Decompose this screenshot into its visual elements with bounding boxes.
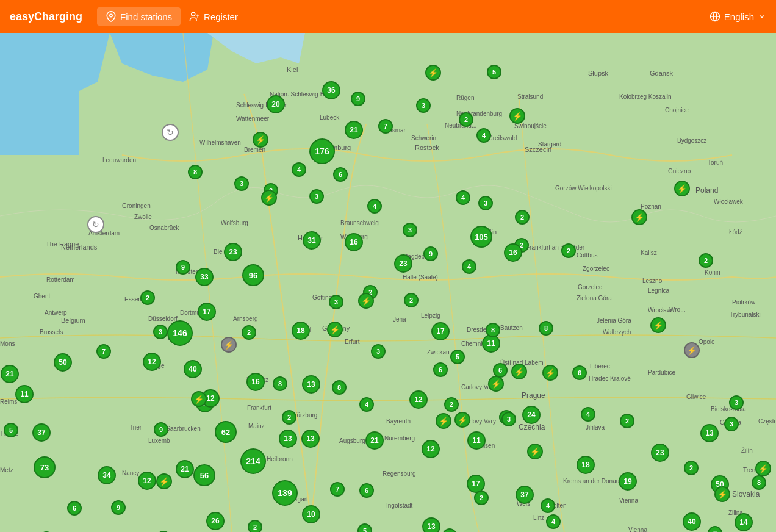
cluster-marker[interactable]: 214 xyxy=(240,448,266,474)
cluster-marker[interactable]: 11 xyxy=(15,385,34,403)
bolt-marker[interactable]: ⚡ xyxy=(527,444,543,459)
cluster-marker[interactable]: 3 xyxy=(329,295,343,309)
cluster-marker[interactable]: 20 xyxy=(267,95,285,113)
cluster-marker[interactable]: 12 xyxy=(138,472,156,490)
cluster-marker[interactable]: 13 xyxy=(422,517,440,532)
cluster-marker[interactable]: 6 xyxy=(359,483,374,498)
cluster-marker[interactable]: 3 xyxy=(416,98,431,113)
cluster-marker[interactable]: 16 xyxy=(345,233,363,251)
cluster-marker[interactable]: 56 xyxy=(193,464,215,486)
cluster-marker[interactable]: 176 xyxy=(309,138,335,164)
cluster-marker[interactable]: 4 xyxy=(546,514,561,529)
cluster-marker[interactable]: 2 xyxy=(515,210,530,225)
bolt-marker[interactable]: ⚡ xyxy=(509,108,525,124)
cluster-marker[interactable]: 7 xyxy=(96,344,111,359)
bolt-marker[interactable]: ⚡ xyxy=(261,190,277,206)
cluster-marker[interactable]: 23 xyxy=(394,254,412,273)
cluster-marker[interactable]: 2 xyxy=(242,325,256,340)
cluster-marker[interactable]: 2 xyxy=(459,112,473,127)
cluster-marker[interactable]: 4 xyxy=(367,199,382,214)
cluster-marker[interactable]: 2 xyxy=(684,461,699,475)
cluster-marker[interactable]: 24 xyxy=(522,406,541,424)
cluster-marker[interactable]: 4 xyxy=(541,498,555,513)
bolt-marker[interactable]: ⚡ xyxy=(684,342,700,358)
cluster-marker[interactable]: 139 xyxy=(272,480,298,506)
cluster-marker[interactable]: 96 xyxy=(242,264,264,286)
bolt-marker[interactable]: ⚡ xyxy=(454,412,470,428)
cluster-marker[interactable]: 13 xyxy=(700,424,719,442)
cluster-marker[interactable]: 2 xyxy=(699,253,713,268)
cluster-marker[interactable]: 7 xyxy=(378,119,393,134)
bolt-marker[interactable]: ⚡ xyxy=(253,132,268,148)
cluster-marker[interactable]: 9 xyxy=(176,260,190,275)
cluster-marker[interactable]: 3 xyxy=(153,325,168,339)
cluster-marker[interactable]: 2 xyxy=(444,397,459,412)
cluster-marker[interactable]: 9 xyxy=(351,92,365,106)
bolt-marker[interactable]: ⚡ xyxy=(358,293,374,309)
cluster-marker[interactable]: 9 xyxy=(111,500,126,515)
cluster-marker[interactable]: 4 xyxy=(462,259,476,274)
cluster-marker[interactable]: 146 xyxy=(167,320,193,346)
cluster-marker[interactable]: 26 xyxy=(206,512,225,530)
cluster-marker[interactable]: 6 xyxy=(572,365,587,380)
cluster-marker[interactable]: 34 xyxy=(98,466,116,484)
cluster-marker[interactable]: 17 xyxy=(198,303,216,321)
map[interactable]: Hamburg Berlin Hanover Germany Magdeburg… xyxy=(0,33,776,532)
cluster-marker[interactable]: 4 xyxy=(292,162,306,177)
cluster-marker[interactable]: 4 xyxy=(359,397,374,412)
bolt-marker[interactable]: ⚡ xyxy=(511,364,527,379)
cluster-marker[interactable]: 8 xyxy=(539,321,553,336)
cluster-marker[interactable]: 2 xyxy=(248,520,262,532)
cluster-marker[interactable]: 21 xyxy=(176,460,194,478)
cluster-marker[interactable]: 8 xyxy=(332,380,347,395)
cluster-marker[interactable]: 13 xyxy=(301,430,320,448)
cluster-marker[interactable]: 4 xyxy=(456,190,470,205)
cluster-marker[interactable]: 8 xyxy=(486,323,500,337)
cluster-marker[interactable]: 2 xyxy=(620,414,634,428)
cluster-marker[interactable]: 18 xyxy=(577,456,595,474)
cluster-marker[interactable]: 18 xyxy=(292,322,310,340)
cluster-marker[interactable]: 11 xyxy=(467,431,486,450)
cluster-marker[interactable]: 17 xyxy=(431,322,450,340)
bolt-marker[interactable]: ⚡ xyxy=(755,461,771,476)
cluster-marker[interactable]: 13 xyxy=(302,375,320,394)
bolt-marker[interactable]: ⚡ xyxy=(156,473,172,489)
register-nav[interactable]: Register xyxy=(181,7,246,26)
cluster-marker[interactable]: 4 xyxy=(476,128,491,143)
bolt-marker[interactable]: ⚡ xyxy=(488,376,504,392)
bolt-marker[interactable]: ⚡ xyxy=(425,65,441,81)
cluster-marker[interactable]: 3 xyxy=(478,196,493,210)
cluster-marker[interactable]: 3 xyxy=(234,176,249,191)
cluster-marker[interactable]: 16 xyxy=(246,373,265,391)
bolt-marker[interactable]: ⚡ xyxy=(631,209,647,225)
bolt-marker[interactable]: ⚡ xyxy=(542,365,558,381)
cluster-marker[interactable]: 2 xyxy=(140,290,155,305)
cluster-marker[interactable]: 8 xyxy=(273,376,287,391)
cluster-marker[interactable]: 7 xyxy=(330,482,345,497)
cluster-marker[interactable]: 6 xyxy=(67,501,82,516)
cluster-marker[interactable]: 4 xyxy=(581,407,595,422)
cluster-marker[interactable]: 21 xyxy=(365,431,384,450)
cluster-marker[interactable]: 8 xyxy=(188,165,203,179)
cluster-marker[interactable]: 6 xyxy=(433,362,448,377)
cluster-marker[interactable]: 21 xyxy=(1,365,19,383)
cluster-marker[interactable]: 2 xyxy=(561,243,576,258)
cluster-marker[interactable]: 3 xyxy=(724,417,739,431)
cluster-marker[interactable]: 2 xyxy=(474,491,489,505)
cluster-marker[interactable]: 31 xyxy=(303,231,321,250)
bolt-marker[interactable]: ⚡ xyxy=(436,413,451,429)
cluster-marker[interactable]: 40 xyxy=(683,512,701,531)
cluster-marker[interactable]: 6 xyxy=(333,167,348,182)
cluster-marker[interactable]: 50 xyxy=(54,353,72,372)
bolt-marker[interactable]: ⚡ xyxy=(674,181,690,196)
cluster-marker[interactable]: 33 xyxy=(195,268,214,286)
bolt-marker[interactable]: ⚡ xyxy=(327,322,343,337)
cluster-marker[interactable]: 105 xyxy=(470,226,492,248)
cluster-marker[interactable]: 13 xyxy=(279,430,297,448)
cluster-marker[interactable]: 12 xyxy=(422,440,440,458)
cluster-marker[interactable]: 37 xyxy=(32,423,51,442)
cluster-marker[interactable]: 9 xyxy=(423,246,438,261)
cluster-marker[interactable]: 19 xyxy=(619,472,637,491)
cluster-marker[interactable]: 2 xyxy=(404,293,419,307)
cluster-marker[interactable]: 21 xyxy=(345,121,363,139)
